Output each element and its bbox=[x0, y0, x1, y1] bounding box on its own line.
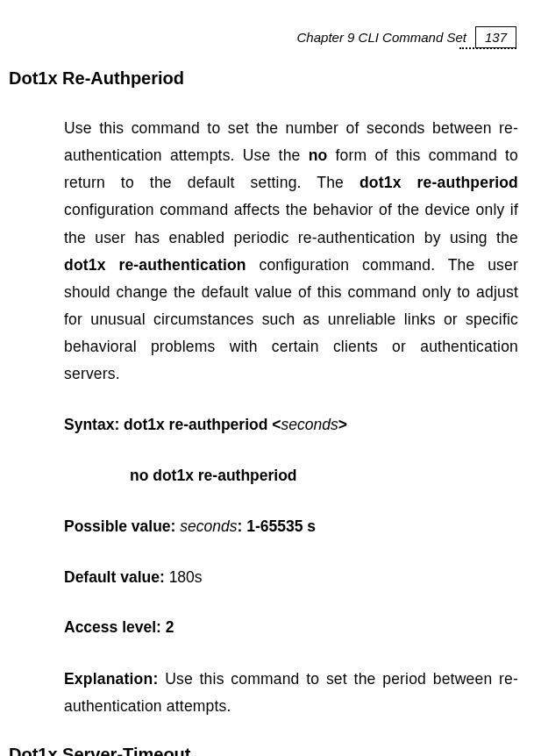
default-value-line: Default value: 180s bbox=[64, 565, 518, 591]
syntax-no-cmd: no dot1x re-authperiod bbox=[130, 467, 297, 484]
page-header: Chapter 9 CLI Command Set 137 bbox=[297, 26, 516, 48]
explanation-paragraph: Explanation: Use this command to set the… bbox=[64, 666, 518, 720]
syntax-cmd: dot1x re-authperiod < bbox=[124, 416, 281, 433]
chapter-title: Chapter 9 CLI Command Set bbox=[297, 30, 466, 45]
section-title-servertimeout: Dot1x Server-Timeout bbox=[9, 745, 518, 756]
page-number: 137 bbox=[475, 26, 516, 48]
possible-label: Possible value: bbox=[64, 517, 180, 535]
desc-bold-cmd1: dot1x re-authperiod bbox=[360, 174, 518, 191]
desc-bold-cmd2: dot1x re-authentication bbox=[64, 256, 246, 274]
syntax-block: Syntax: dot1x re-authperiod <seconds> no… bbox=[64, 412, 518, 489]
possible-val: : 1-65535 s bbox=[237, 517, 316, 535]
header-dotted-line bbox=[459, 47, 516, 49]
section1-body: Use this command to set the number of se… bbox=[9, 115, 518, 720]
syntax-label: Syntax: bbox=[64, 416, 124, 433]
syntax-param: seconds bbox=[281, 416, 338, 433]
possible-value-line: Possible value: seconds: 1-65535 s bbox=[64, 514, 518, 540]
default-label: Default value: bbox=[64, 568, 169, 586]
default-val: 180s bbox=[169, 568, 203, 586]
possible-param: seconds bbox=[180, 517, 237, 535]
page-content: Dot1x Re-Authperiod Use this command to … bbox=[9, 68, 518, 756]
section-title-reauthperiod: Dot1x Re-Authperiod bbox=[9, 68, 518, 89]
description-paragraph: Use this command to set the number of se… bbox=[64, 115, 518, 388]
access-level-line: Access level: 2 bbox=[64, 615, 518, 641]
syntax-close: > bbox=[338, 416, 347, 433]
explanation-label: Explanation: bbox=[64, 670, 165, 688]
desc-part4: configuration command. The user should c… bbox=[64, 256, 518, 383]
desc-bold-no: no bbox=[309, 146, 328, 164]
access-label: Access level: 2 bbox=[64, 618, 174, 636]
desc-part3: configuration command affects the behavi… bbox=[64, 201, 518, 246]
